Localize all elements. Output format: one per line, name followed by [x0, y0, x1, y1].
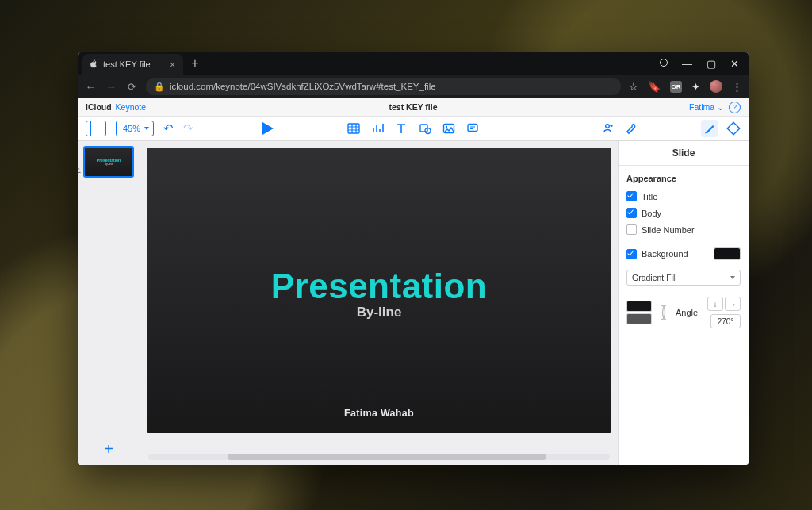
menu-icon[interactable]: ⋮: [732, 81, 742, 93]
close-button[interactable]: ✕: [730, 59, 739, 69]
back-button[interactable]: ←: [84, 81, 97, 93]
apple-icon: [89, 59, 98, 69]
shape-icon[interactable]: [419, 122, 431, 135]
view-options-button[interactable]: [86, 121, 106, 136]
url-field[interactable]: 🔒 icloud.com/keynote/04wSIVsdkhfZLiXOz5V…: [146, 78, 621, 95]
bookmark-icon[interactable]: ☆: [629, 81, 638, 93]
animate-pane-button[interactable]: [726, 121, 741, 136]
background-checkbox-row[interactable]: Background: [626, 249, 688, 259]
play-button[interactable]: [259, 120, 276, 137]
desktop-wallpaper: test KEY file × + — ▢ ✕ ← → ⟳ 🔒 icloud.c…: [0, 0, 812, 510]
help-icon[interactable]: ?: [729, 102, 741, 113]
browser-tabstrip: test KEY file × + — ▢ ✕: [78, 52, 749, 75]
slide-number-label: 1: [78, 167, 81, 174]
media-icon[interactable]: [442, 122, 455, 135]
extension-tag-icon[interactable]: 🔖: [648, 81, 661, 93]
browser-tab[interactable]: test KEY file ×: [82, 54, 183, 75]
close-icon[interactable]: ×: [170, 59, 176, 71]
tab-title: test KEY file: [103, 59, 151, 69]
slide-title[interactable]: Presentation: [271, 267, 488, 306]
chevron-down-icon: ⌄: [717, 102, 724, 112]
new-tab-button[interactable]: +: [183, 56, 206, 71]
horizontal-scrollbar[interactable]: [148, 454, 610, 460]
checkbox-title[interactable]: [626, 191, 637, 201]
chrome-window: test KEY file × + — ▢ ✕ ← → ⟳ 🔒 icloud.c…: [78, 52, 749, 465]
body-checkbox-row[interactable]: Body: [626, 208, 741, 218]
slide-subtitle[interactable]: By-line: [357, 305, 402, 320]
slide-navigator: 1 Presentation By-line +: [78, 141, 140, 465]
svg-point-6: [606, 125, 610, 128]
document-title[interactable]: test KEY file: [389, 102, 437, 112]
redo-button: ↷: [183, 121, 193, 136]
collaborate-icon[interactable]: [601, 122, 614, 135]
insert-tools: [347, 122, 479, 135]
slide-canvas[interactable]: Presentation By-line Fatima Wahab: [147, 148, 611, 433]
slidenum-checkbox-row[interactable]: Slide Number: [626, 224, 741, 235]
extension-or-icon[interactable]: OR: [670, 81, 682, 93]
angle-label: Angle: [676, 308, 698, 317]
zoom-select[interactable]: 45%: [116, 121, 154, 136]
gradient-color-1[interactable]: [626, 301, 652, 312]
lock-icon: 🔒: [154, 82, 165, 92]
thumb-subtitle: By-line: [105, 163, 113, 166]
slide-thumbnail[interactable]: Presentation By-line: [83, 146, 134, 178]
title-checkbox-row[interactable]: Title: [626, 191, 741, 201]
svg-rect-5: [468, 125, 477, 132]
icloud-brand[interactable]: iCloud Keynote: [86, 102, 146, 112]
appearance-heading: Appearance: [626, 174, 741, 183]
format-inspector: Slide Appearance Title Body Slide Number: [618, 141, 749, 465]
extensions-icon[interactable]: ✦: [691, 81, 700, 93]
text-icon[interactable]: [395, 122, 408, 135]
workspace: 1 Presentation By-line + Presentation By…: [78, 141, 749, 465]
minimize-button[interactable]: —: [682, 59, 692, 69]
angle-down-button[interactable]: ↓: [707, 297, 723, 311]
background-preview-swatch[interactable]: [714, 247, 741, 260]
swap-colors-icon[interactable]: [658, 302, 669, 323]
reload-button[interactable]: ⟳: [125, 81, 138, 93]
maximize-button[interactable]: ▢: [707, 59, 716, 69]
forward-button: →: [105, 81, 117, 93]
slide-author[interactable]: Fatima Wahab: [344, 408, 414, 419]
profile-avatar[interactable]: [710, 80, 722, 93]
keynote-toolbar: 45% ↶ ↷: [78, 117, 749, 141]
checkbox-slide-number-label: Slide Number: [642, 225, 695, 235]
window-controls: — ▢ ✕: [660, 59, 749, 69]
tools-icon[interactable]: [625, 122, 638, 135]
record-indicator-icon: [660, 59, 668, 67]
svg-point-4: [446, 126, 447, 128]
undo-button[interactable]: ↶: [163, 121, 174, 136]
svg-rect-0: [348, 124, 359, 133]
slide-canvas-area[interactable]: Presentation By-line Fatima Wahab: [140, 141, 618, 465]
inspector-tab-slide[interactable]: Slide: [619, 141, 749, 166]
angle-right-button[interactable]: →: [725, 297, 741, 311]
add-slide-button[interactable]: +: [104, 440, 113, 458]
icloud-header: iCloud Keynote test KEY file Fatima ⌄ ?: [78, 98, 749, 117]
format-pane-button[interactable]: [701, 120, 718, 137]
user-menu[interactable]: Fatima ⌄: [689, 102, 724, 112]
checkbox-body[interactable]: [626, 208, 637, 218]
fill-type-select[interactable]: Gradient Fill: [626, 270, 741, 286]
angle-value-field[interactable]: 270°: [710, 314, 741, 328]
browser-addressbar: ← → ⟳ 🔒 icloud.com/keynote/04wSIVsdkhfZL…: [78, 75, 749, 98]
checkbox-background[interactable]: [626, 249, 637, 259]
background-label: Background: [642, 249, 688, 259]
svg-rect-8: [727, 122, 740, 135]
checkbox-title-label: Title: [642, 192, 657, 201]
checkbox-body-label: Body: [642, 209, 661, 218]
table-icon[interactable]: [347, 122, 360, 135]
url-text: icloud.com/keynote/04wSIVsdkhfZLiXOz5Vwd…: [170, 82, 436, 91]
svg-point-7: [610, 125, 612, 127]
gradient-color-2[interactable]: [626, 313, 652, 324]
comment-icon[interactable]: [466, 122, 479, 135]
chart-icon[interactable]: [371, 122, 384, 135]
checkbox-slide-number[interactable]: [626, 224, 637, 235]
